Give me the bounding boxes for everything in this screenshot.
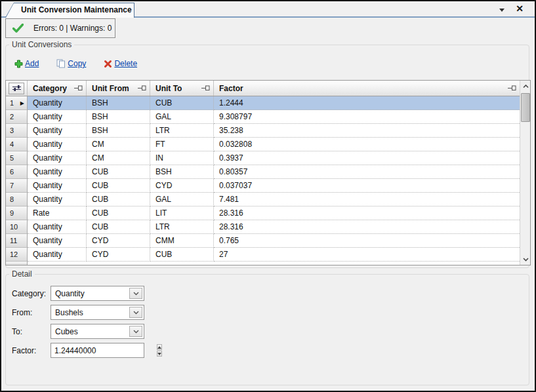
cell-unit-from[interactable]: BSH: [87, 96, 150, 110]
tab-unit-conversion-maintenance[interactable]: Unit Conversion Maintenance: [5, 3, 134, 18]
grid-row[interactable]: 2 ▶ Quantity BSH GAL 9.308797: [6, 110, 520, 124]
scroll-up-button[interactable]: [520, 81, 531, 92]
cell-unit-from[interactable]: CUB: [87, 220, 150, 234]
cell-unit-to[interactable]: LIT: [150, 206, 214, 220]
scrollbar-thumb[interactable]: [521, 93, 530, 122]
cell-unit-to[interactable]: LTR: [150, 124, 214, 138]
cell-unit-from[interactable]: CYD: [87, 248, 150, 262]
cell-factor[interactable]: 27: [214, 248, 520, 262]
pin-icon[interactable]: [508, 85, 516, 91]
cell-unit-from[interactable]: CM: [87, 138, 150, 151]
cell-unit-to[interactable]: CUB: [150, 248, 214, 262]
cell-factor[interactable]: 0.765: [214, 234, 520, 248]
grid-customize-button[interactable]: [9, 83, 24, 94]
scroll-down-button[interactable]: [520, 254, 531, 265]
grid-row[interactable]: 9 ▶ Rate CUB LIT 28.316: [6, 206, 520, 220]
cell-unit-to[interactable]: CUB: [150, 96, 214, 110]
spin-up-button[interactable]: [157, 344, 162, 350]
delete-button[interactable]: Delete: [104, 59, 137, 68]
cell-factor[interactable]: 1.2444: [214, 96, 520, 110]
cell-factor[interactable]: 28.316: [214, 206, 520, 220]
cell-category[interactable]: Quantity: [28, 165, 87, 179]
pin-icon[interactable]: [74, 85, 83, 91]
pin-icon[interactable]: [201, 85, 210, 91]
row-number-cell[interactable]: 2 ▶: [6, 110, 28, 124]
cell-unit-from[interactable]: BSH: [87, 124, 150, 138]
cell-unit-from[interactable]: CUB: [87, 179, 150, 193]
cell-unit-to[interactable]: CYD: [150, 179, 214, 193]
row-number-cell[interactable]: 8 ▶: [6, 193, 28, 206]
cell-unit-to[interactable]: IN: [150, 151, 214, 165]
cell-category[interactable]: Quantity: [28, 220, 87, 234]
row-number-cell[interactable]: 1 ▶: [6, 96, 28, 110]
row-number-cell[interactable]: 9 ▶: [6, 206, 28, 220]
cell-unit-from[interactable]: CUB: [87, 165, 150, 179]
cell-category[interactable]: Quantity: [28, 234, 87, 248]
spin-down-button[interactable]: [157, 351, 162, 357]
factor-spinner[interactable]: [51, 343, 144, 358]
pin-icon[interactable]: [138, 85, 146, 91]
cell-factor[interactable]: 35.238: [214, 124, 520, 138]
vertical-scrollbar[interactable]: [520, 81, 530, 265]
cell-factor[interactable]: 0.032808: [214, 138, 520, 151]
cell-category[interactable]: Quantity: [28, 96, 87, 110]
cell-category[interactable]: Quantity: [28, 124, 87, 138]
cell-category[interactable]: Quantity: [28, 193, 87, 206]
category-dropdown-button[interactable]: [129, 288, 142, 299]
window-menu-button[interactable]: [496, 4, 508, 16]
to-dropdown-button[interactable]: [129, 326, 142, 337]
cell-factor[interactable]: 9.308797: [214, 110, 520, 124]
cell-factor[interactable]: 7.481: [214, 193, 520, 206]
cell-unit-from[interactable]: CUB: [87, 193, 150, 206]
cell-category[interactable]: Rate: [28, 206, 87, 220]
grid-row[interactable]: 4 ▶ Quantity CM FT 0.032808: [6, 138, 520, 151]
grid-row[interactable]: 6 ▶ Quantity CUB BSH 0.80357: [6, 165, 520, 179]
close-button[interactable]: ✕: [514, 3, 526, 14]
grid-row[interactable]: 5 ▶ Quantity CM IN 0.3937: [6, 151, 520, 165]
grid-row[interactable]: 10 ▶ Quantity CUB LTR 28.316: [6, 220, 520, 234]
cell-unit-to[interactable]: FT: [150, 138, 214, 151]
row-number-cell[interactable]: 12 ▶: [6, 248, 28, 262]
to-dropdown[interactable]: Cubes: [51, 324, 144, 339]
cell-unit-to[interactable]: GAL: [150, 193, 214, 206]
from-dropdown[interactable]: Bushels: [51, 305, 144, 320]
column-header-factor[interactable]: Factor: [214, 81, 520, 96]
column-header-category[interactable]: Category: [28, 81, 87, 96]
cell-factor[interactable]: 0.037037: [214, 179, 520, 193]
cell-category[interactable]: Quantity: [28, 248, 87, 262]
cell-unit-to[interactable]: LTR: [150, 220, 214, 234]
cell-unit-from[interactable]: CYD: [87, 234, 150, 248]
category-dropdown[interactable]: Quantity: [51, 286, 144, 301]
row-number-cell[interactable]: 6 ▶: [6, 165, 28, 179]
cell-category[interactable]: Quantity: [28, 151, 87, 165]
grid-row[interactable]: 1 ▶ Quantity BSH CUB 1.2444: [6, 96, 520, 110]
cell-category[interactable]: Quantity: [28, 138, 87, 151]
cell-factor[interactable]: 28.316: [214, 220, 520, 234]
add-button[interactable]: Add: [14, 59, 39, 68]
row-number-cell[interactable]: 10 ▶: [6, 220, 28, 234]
grid-row[interactable]: 7 ▶ Quantity CUB CYD 0.037037: [6, 179, 520, 193]
grid-row[interactable]: 11 ▶ Quantity CYD CMM 0.765: [6, 234, 520, 248]
row-number-cell[interactable]: 4 ▶: [6, 138, 28, 151]
cell-unit-from[interactable]: BSH: [87, 110, 150, 124]
cell-unit-to[interactable]: CMM: [150, 234, 214, 248]
grid-row[interactable]: 3 ▶ Quantity BSH LTR 35.238: [6, 124, 520, 138]
cell-unit-to[interactable]: BSH: [150, 165, 214, 179]
from-dropdown-button[interactable]: [129, 307, 142, 318]
factor-input[interactable]: [51, 343, 156, 357]
cell-factor[interactable]: 0.80357: [214, 165, 520, 179]
row-number-cell[interactable]: 3 ▶: [6, 124, 28, 138]
row-number-cell[interactable]: 11 ▶: [6, 234, 28, 248]
grid-row[interactable]: 8 ▶ Quantity CUB GAL 7.481: [6, 193, 520, 206]
cell-unit-to[interactable]: GAL: [150, 110, 214, 124]
column-header-unit-from[interactable]: Unit From: [87, 81, 150, 96]
cell-factor[interactable]: 0.3937: [214, 151, 520, 165]
row-number-cell[interactable]: 7 ▶: [6, 179, 28, 193]
copy-button[interactable]: Copy: [56, 59, 86, 68]
cell-category[interactable]: Quantity: [28, 179, 87, 193]
cell-category[interactable]: Quantity: [28, 110, 87, 124]
cell-unit-from[interactable]: CM: [87, 151, 150, 165]
column-header-unit-to[interactable]: Unit To: [150, 81, 214, 96]
cell-unit-from[interactable]: CUB: [87, 206, 150, 220]
row-number-cell[interactable]: 5 ▶: [6, 151, 28, 165]
